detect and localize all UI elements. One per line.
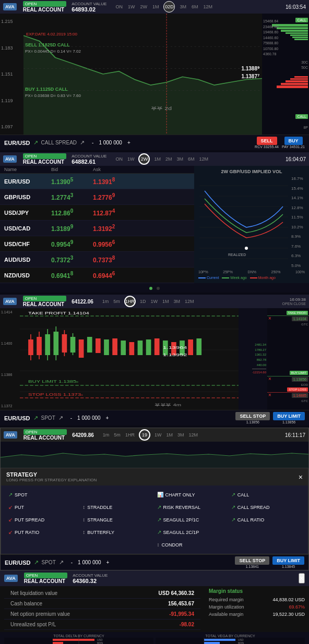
putspread-label: PUT SPREAD <box>15 517 44 523</box>
row-audusd[interactable]: AUD/USD 0.73723 0.73738 <box>0 252 194 268</box>
rbar2 <box>290 78 308 80</box>
s2-btn-12m[interactable]: 12M <box>197 156 210 162</box>
strategy-popup: STRATEGY LONG PRESS FOR STRATEGY EXPLANA… <box>1 468 308 554</box>
s2-btn-3m[interactable]: 3M <box>175 156 185 162</box>
ava-logo-2: AVA <box>3 155 17 163</box>
row-usdcad[interactable]: USD/CAD 1.31899 1.31922 <box>0 221 194 236</box>
time-btn-on[interactable]: ON <box>114 4 124 10</box>
s2-btn-2m[interactable]: 2M <box>164 156 174 162</box>
s4-sell-button[interactable]: SELL STOP <box>235 556 269 565</box>
minus-qty[interactable]: - <box>92 140 93 145</box>
svg-rect-41 <box>129 342 135 355</box>
rbar5 <box>277 86 308 88</box>
strategy-item-strangle[interactable]: ↕ STRANGLE <box>80 514 154 526</box>
time-btn-1m[interactable]: 1M <box>151 4 161 10</box>
row-cash: Cash balance 156,453.67 <box>4 599 200 609</box>
s2-btn-1w[interactable]: 1W <box>126 156 136 162</box>
s4-btn-5m[interactable]: 5m <box>112 432 122 438</box>
time-btn-12m[interactable]: 12M <box>201 4 214 10</box>
s4-arrow: ↗ <box>34 559 39 566</box>
netliq-badge: OPEN REAL ACCOUNT <box>24 573 69 584</box>
row-gbpusd[interactable]: GBP/USD 1.27743 1.27769 <box>0 189 194 205</box>
strategy-item-spot[interactable]: ↗ SPOT <box>6 489 80 501</box>
sl-close[interactable]: × <box>268 392 271 398</box>
strategy-item-seagull2p1c[interactable]: ↗ SEAGULL 2P/1C <box>155 514 229 526</box>
s3-btn-1d[interactable]: 1D <box>138 298 148 305</box>
svg-rect-44 <box>154 338 160 355</box>
section3-instrument-bar: EUR/USD ↗ SPOT ↗ - 1 000 000 + SELL STOP… <box>0 410 309 426</box>
s2-btn-on[interactable]: ON <box>114 156 124 162</box>
s4-buy-button[interactable]: BUY LIMIT <box>272 556 304 565</box>
account-name-4: REAL ACCOUNT <box>23 435 65 441</box>
col-name: Name <box>4 167 51 172</box>
svg-rect-72 <box>204 642 220 644</box>
s4-btn-1hr[interactable]: 1HR <box>124 432 136 438</box>
s4-plus[interactable]: + <box>106 560 110 565</box>
s3-btn-1w[interactable]: 1W <box>149 298 159 305</box>
row-usdjpy[interactable]: USD/JPY 112.860 112.874 <box>0 205 194 221</box>
strategy-item-seagull2c1p[interactable]: ↗ SEAGULL 2C/1P <box>155 526 229 538</box>
s4-btn-1w[interactable]: 1W <box>153 432 163 438</box>
netliq-value: 64360.32 <box>73 578 108 584</box>
time-btn-1w[interactable]: 1W <box>126 4 137 10</box>
call-btn-right2: CALL <box>295 114 308 119</box>
s4-btn-12m[interactable]: 12M <box>187 432 199 438</box>
s4-btn-19-active[interactable]: 19 <box>139 429 150 441</box>
s3-btn-1m2[interactable]: 1M <box>161 298 171 305</box>
strategy-item-riskreversal[interactable]: ↗ RISK REVERSAL <box>155 501 229 513</box>
s3-buy-button[interactable]: BUY LIMIT <box>273 412 305 420</box>
svg-text:⛧⛧⛧ 4m: ⛧⛧⛧ 4m <box>154 403 181 407</box>
strategy-item-straddle[interactable]: ↕ STRADDLE <box>80 501 154 513</box>
time-btn-3m[interactable]: 3M <box>178 4 188 10</box>
svg-rect-42 <box>138 341 143 355</box>
s4-minus[interactable]: - <box>71 560 73 565</box>
netliq-close-button[interactable]: × <box>299 573 305 584</box>
strategy-item-butterfly[interactable]: ↕ BUTTERFLY <box>80 526 154 538</box>
svg-text:MXN: MXN <box>97 641 103 644</box>
s3-btn-5m[interactable]: 5m <box>112 298 122 305</box>
s2-btn-2w-active[interactable]: 2W <box>138 153 150 165</box>
s2-btn-6m[interactable]: 6M <box>186 156 196 162</box>
s3-btn-12m[interactable]: 12M <box>183 298 196 305</box>
strategy-item-callratio[interactable]: ↗ CALL RATIO <box>229 514 303 526</box>
strategy-item-putspread[interactable]: ↙ PUT SPREAD <box>6 514 80 526</box>
s3-btn-3m[interactable]: 3M <box>172 298 182 305</box>
svg-text:REALIZED: REALIZED <box>228 253 246 257</box>
eod: EOD <box>301 383 308 386</box>
sell-combo: SELL RCV 33255.44 <box>255 137 279 149</box>
s3-minus[interactable]: - <box>70 415 72 421</box>
bl-close[interactable]: × <box>268 376 271 382</box>
row-nzdusd[interactable]: NZD/USD 0.69418 0.69446 <box>0 268 194 283</box>
section1-instrument-bar: EUR/USD ↗ CALL SPREAD ↗ - 1 000 000 + SE… <box>0 135 309 150</box>
tp-close[interactable]: × <box>268 315 271 321</box>
strategy-item-callspread[interactable]: ↗ CALL SPREAD <box>229 501 303 513</box>
time-btn-6m[interactable]: 6M <box>190 4 200 10</box>
sell-button[interactable]: SELL <box>257 137 277 145</box>
row-netliq: Net liquidation value USD 64,360.32 <box>4 588 200 599</box>
time-btn-2w[interactable]: 2W <box>138 4 149 10</box>
s2-btn-1m[interactable]: 1M <box>152 156 162 162</box>
s4-btn-3m[interactable]: 3M <box>176 432 186 438</box>
strategy-item-put[interactable]: ↙ PUT <box>6 501 80 513</box>
strategy-item-putratio[interactable]: ↙ PUT RATIO <box>6 526 80 538</box>
call-label: CALL <box>237 492 249 497</box>
strategy-item-condor[interactable]: ↕ CONDOR <box>155 539 229 551</box>
s4-btn-1m2[interactable]: 1M <box>164 432 174 438</box>
buy-button[interactable]: BUY <box>284 137 303 145</box>
unrealized-val: -98.02 <box>180 622 194 627</box>
row-usdchf[interactable]: USD/CHF 0.99549 0.99566 <box>0 236 194 252</box>
plus-qty[interactable]: + <box>127 140 130 145</box>
strategy-close-button[interactable]: × <box>299 473 303 481</box>
svg-text:1.13964: 1.13964 <box>163 345 187 350</box>
red-bars <box>263 76 308 88</box>
strategy-item-call[interactable]: ↗ CALL <box>229 489 303 501</box>
strategy-item-chartonly[interactable]: 📊 CHART ONLY <box>155 489 229 501</box>
time-btn-02d-active[interactable]: 02D <box>163 1 175 13</box>
s3-sell-button[interactable]: SELL STOP <box>235 412 270 420</box>
s3-plus[interactable]: + <box>106 415 109 421</box>
s4-btn-1m[interactable]: 1m <box>101 432 111 438</box>
row-eurusd[interactable]: EUR/USD 1.13905 1.13918 <box>0 174 194 189</box>
s4-strategy: SPOT <box>42 560 56 565</box>
s3-btn-1hr-active[interactable]: 1HR <box>124 296 136 307</box>
s3-btn-1m[interactable]: 1m <box>101 298 111 305</box>
